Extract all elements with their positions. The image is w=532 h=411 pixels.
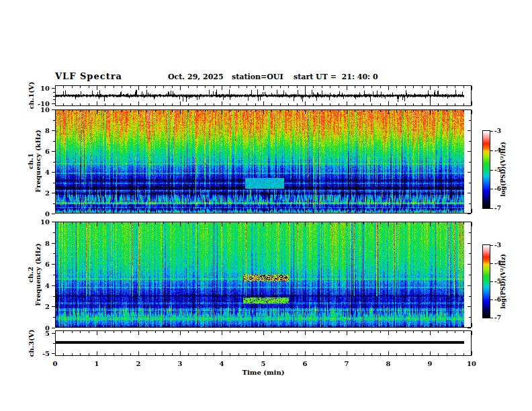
tick-mark — [114, 103, 114, 105]
tick-mark — [447, 110, 447, 112]
tick-mark — [371, 110, 372, 112]
colorbar-tick-label: -3 — [494, 242, 501, 248]
tick-mark — [53, 120, 55, 121]
tick-mark — [238, 353, 239, 355]
start-ut-label: start UT = 21: 40: 0 — [294, 73, 378, 81]
tick-mark — [339, 86, 339, 88]
tick-mark — [305, 331, 306, 335]
tick-mark — [313, 86, 314, 88]
tick-mark — [422, 110, 423, 112]
tick-mark — [97, 110, 97, 114]
tick-mark — [230, 353, 230, 355]
tick-mark — [72, 103, 73, 105]
tick-mark — [472, 323, 472, 327]
tick-mark — [155, 86, 156, 88]
tick-mark — [380, 222, 381, 224]
voltage-tick-label: -5 — [35, 350, 50, 357]
tick-mark — [469, 232, 471, 233]
tick-mark — [172, 353, 173, 355]
tick-mark — [396, 110, 397, 112]
tick-mark — [463, 103, 464, 105]
tick-mark — [80, 211, 81, 213]
colorbar-tick-label: -7 — [494, 205, 501, 212]
tick-mark — [222, 323, 222, 327]
tick-mark — [163, 103, 164, 105]
tick-mark — [238, 103, 239, 105]
tick-mark — [380, 331, 381, 333]
tick-mark — [188, 211, 189, 213]
tick-mark — [247, 110, 247, 112]
tick-mark — [80, 103, 81, 105]
tick-mark — [172, 103, 173, 105]
tick-mark — [438, 103, 439, 105]
tick-mark — [214, 110, 214, 112]
tick-mark — [205, 325, 206, 327]
colorbar-tick-label: -6 — [494, 185, 501, 192]
tick-mark — [130, 110, 131, 112]
tick-mark — [52, 88, 55, 89]
tick-mark — [297, 331, 298, 333]
tick-mark — [396, 353, 397, 355]
tick-mark — [271, 110, 272, 112]
tick-mark — [297, 211, 298, 213]
tick-mark — [463, 331, 464, 333]
tick-mark — [155, 103, 156, 105]
tick-mark — [130, 103, 131, 105]
tick-mark — [422, 103, 423, 105]
tick-mark — [255, 325, 256, 327]
x-tick-label: 3 — [178, 360, 183, 367]
tick-mark — [447, 331, 447, 333]
tick-mark — [271, 353, 272, 355]
tick-mark — [197, 211, 197, 213]
tick-mark — [180, 101, 181, 105]
tick-mark — [468, 214, 471, 214]
tick-mark — [52, 306, 55, 307]
tick-mark — [313, 353, 314, 355]
tick-mark — [214, 86, 214, 88]
tick-mark — [396, 325, 397, 327]
tick-mark — [105, 325, 105, 327]
tick-mark — [463, 222, 464, 224]
colorbar-tick-label: -4 — [494, 260, 501, 267]
tick-mark — [130, 211, 131, 213]
tick-mark — [371, 353, 372, 355]
tick-mark — [430, 209, 431, 213]
tick-mark — [438, 325, 439, 327]
colorbar-tick-label: -5 — [494, 167, 501, 173]
tick-mark — [455, 331, 455, 333]
tick-mark — [339, 325, 339, 327]
tick-mark — [197, 353, 197, 355]
tick-mark — [52, 130, 55, 131]
tick-mark — [490, 263, 493, 264]
tick-mark — [197, 86, 197, 88]
tick-mark — [263, 351, 264, 355]
tick-mark — [280, 110, 281, 112]
tick-mark — [55, 101, 56, 105]
ch2-spectrogram-canvas — [56, 222, 471, 327]
tick-mark — [130, 331, 131, 333]
station-label: station=OUI — [232, 73, 283, 81]
tick-mark — [114, 353, 114, 355]
tick-mark — [180, 323, 181, 327]
tick-mark — [72, 86, 73, 88]
tick-mark — [163, 331, 164, 333]
tick-mark — [490, 281, 493, 282]
tick-mark — [455, 110, 455, 112]
tick-mark — [380, 353, 381, 355]
tick-mark — [347, 86, 347, 90]
tick-mark — [180, 222, 181, 226]
tick-mark — [122, 103, 122, 105]
tick-mark — [455, 86, 455, 88]
tick-mark — [146, 325, 147, 327]
tick-mark — [355, 86, 355, 88]
tick-mark — [146, 86, 147, 88]
tick-mark — [405, 222, 406, 224]
tick-mark — [330, 331, 330, 333]
tick-mark — [122, 86, 122, 88]
tick-mark — [388, 86, 389, 90]
tick-mark — [53, 296, 55, 297]
tick-mark — [330, 211, 330, 213]
tick-mark — [197, 331, 197, 333]
tick-mark — [263, 331, 264, 335]
tick-mark — [363, 353, 364, 355]
